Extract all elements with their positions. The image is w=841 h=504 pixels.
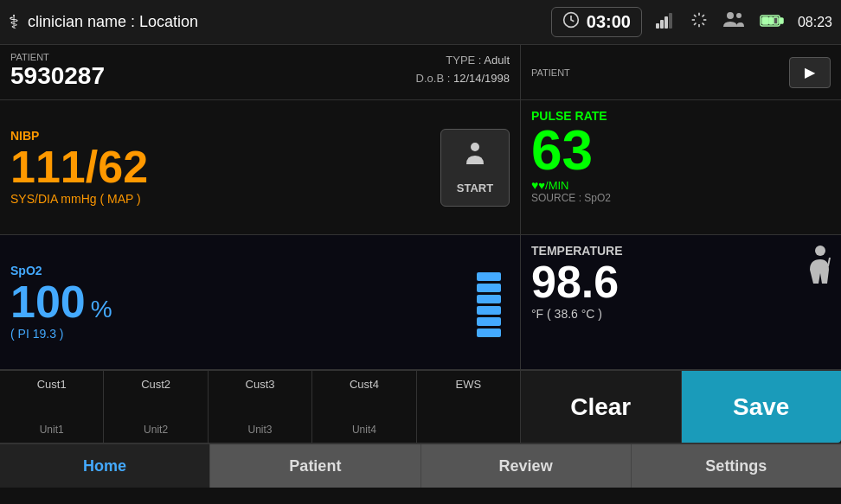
svg-rect-1 [656,23,659,29]
nibp-label: NIBP [10,129,440,143]
svg-rect-2 [660,20,664,29]
patient-dob-row: D.o.B : 12/14/1998 [416,70,510,88]
header-right: 08:23 [656,11,832,33]
spo2-pi: ( PI 19.3 ) [10,327,477,341]
dob-value: 12/14/1998 [453,72,510,85]
spo2-value-row: 100 % [10,278,477,327]
cust2-unit: Unit2 [144,424,168,436]
svg-line-7 [694,15,696,16]
ews-label: EWS [456,378,482,391]
header-left: ⚕ clinician name : Location [9,11,551,34]
header-timer[interactable]: 03:00 [551,7,642,37]
svg-rect-4 [669,13,672,29]
spo2-bar-seg-1 [477,272,501,281]
nibp-value: 111/62 [10,143,440,192]
svg-rect-3 [664,16,668,29]
tab-home[interactable]: Home [0,444,210,488]
clear-button[interactable]: Clear [521,371,682,443]
spo2-bar-seg-3 [477,295,501,303]
caduceus-icon: ⚕ [9,11,19,34]
header-clock-time: 08:23 [798,15,832,30]
patient-info-left: PATIENT 5930287 TYPE : Adult D.o.B : 12/… [0,45,520,100]
svg-marker-23 [827,258,831,266]
temperature-section: TEMPERATURE 98.6 °F ( 38.6 °C ) [521,235,841,370]
nibp-section: NIBP 111/62 SYS/DIA mmHg ( MAP ) START [0,100,520,235]
svg-rect-16 [780,18,783,23]
tab-home-label: Home [83,457,126,475]
temp-data: TEMPERATURE 98.6 °F ( 38.6 °C ) [531,244,803,321]
svg-rect-19 [774,17,778,24]
svg-rect-17 [762,17,768,24]
patient-id-block: PATIENT 5930287 [10,52,416,90]
action-row: Clear Save [521,370,841,443]
tab-patient-label: Patient [289,457,341,475]
patient-id: 5930287 [10,62,416,90]
header-time: 03:00 [587,12,631,32]
svg-line-11 [694,23,696,25]
svg-point-20 [471,143,479,151]
start-button[interactable]: START [440,129,510,207]
battery-icon [760,12,784,32]
custom-field-ews: EWS [417,371,520,443]
svg-point-13 [727,12,734,19]
svg-rect-21 [472,157,478,159]
cust1-unit: Unit1 [40,424,64,436]
right-panel: PATIENT ▶ PULSE RATE 63 ♥♥/MIN SOURCE : … [521,45,841,443]
tab-settings[interactable]: Settings [632,444,841,488]
dob-label: D.o.B : [416,72,451,85]
custom-field-1: Cust1 Unit1 [0,371,104,443]
play-icon: ▶ [805,64,815,80]
patient-label-left: PATIENT [10,52,416,62]
play-button[interactable]: ▶ [789,57,831,88]
clock-icon [562,11,580,33]
start-icon [459,140,491,178]
spo2-label: SpO2 [10,264,477,278]
cust3-unit: Unit3 [248,424,273,436]
cust4-unit: Unit4 [352,424,376,436]
temp-value: 98.6 [531,258,803,307]
spo2-unit: % [91,296,112,323]
person-icon [803,246,831,293]
svg-rect-18 [769,17,773,24]
spo2-bar-seg-5 [477,317,501,326]
signal-icon [656,11,677,33]
cust4-label: Cust4 [350,378,379,391]
custom-field-4: Cust4 Unit4 [312,371,416,443]
nibp-data: NIBP 111/62 SYS/DIA mmHg ( MAP ) [10,129,440,206]
pulse-value: 63 [531,123,831,178]
custom-row: Cust1 Unit1 Cust2 Unit2 Cust3 Unit3 Cust… [0,370,520,443]
temp-label: TEMPERATURE [531,244,803,258]
pulse-section: PULSE RATE 63 ♥♥/MIN SOURCE : SpO2 [521,100,841,235]
left-panel: PATIENT 5930287 TYPE : Adult D.o.B : 12/… [0,45,521,443]
spo2-bar-seg-4 [477,306,501,315]
spo2-value: 100 [10,278,86,327]
patient-type-row: TYPE : Adult [416,52,510,70]
temp-unit: °F ( 38.6 °C ) [531,307,803,321]
spo2-bar-seg-6 [477,329,501,337]
clinician-name: clinician name : Location [28,13,198,31]
type-label: TYPE : [446,54,481,67]
patient-right-bar: PATIENT ▶ [521,45,841,100]
svg-point-14 [736,13,741,18]
tab-settings-label: Settings [705,457,767,475]
save-button[interactable]: Save [682,371,842,443]
tab-patient[interactable]: Patient [210,444,420,488]
spo2-bar-seg-2 [477,284,501,292]
main-content: PATIENT 5930287 TYPE : Adult D.o.B : 12/… [0,45,841,443]
cust1-label: Cust1 [37,378,67,391]
type-value: Adult [484,54,510,67]
spo2-section: SpO2 100 % ( PI 19.3 ) [0,235,520,370]
pulse-source: SOURCE : SpO2 [531,192,831,204]
cust3-label: Cust3 [246,378,275,391]
loader-icon [690,11,708,33]
tab-review-label: Review [499,457,553,475]
cust2-label: Cust2 [141,378,170,391]
tab-review[interactable]: Review [421,444,632,488]
start-label: START [457,182,493,195]
custom-field-3: Cust3 Unit3 [209,371,312,443]
bottom-nav: Home Patient Review Settings [0,443,841,488]
patient-type-block: TYPE : Adult D.o.B : 12/14/1998 [416,52,510,88]
svg-point-22 [815,246,825,256]
svg-line-12 [702,15,703,16]
header: ⚕ clinician name : Location 03:00 [0,0,841,45]
